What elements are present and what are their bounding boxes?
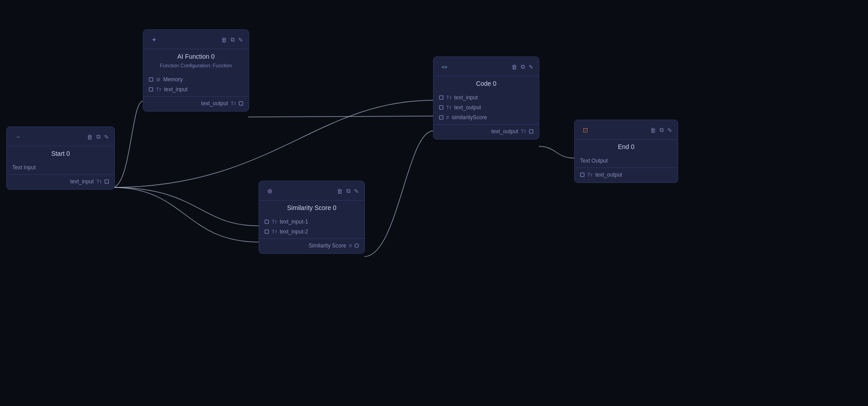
start-divider [7,174,114,175]
sim-output-row: Similarity Score # [259,241,364,251]
start-node-title: Start 0 [7,146,114,160]
end-copy-button[interactable]: ⧉ [660,126,664,134]
end-node-header: ⊡ 🗑 ⧉ ✎ [575,120,678,140]
end-node-body: Text Output Tт text_output [575,153,678,182]
end-divider [575,168,678,168]
code-input3-label: similarityScore [452,114,487,121]
code-node-actions: 🗑 ⧉ ✎ [511,63,533,70]
end-node-title: End 0 [575,140,678,153]
code-icon: <> [439,61,450,72]
sim-copy-button[interactable]: ⧉ [346,187,350,195]
code-input2-port-dot[interactable] [439,105,443,110]
start-node-header: → 🗑 ⧉ ✎ [7,127,114,146]
end-edit-button[interactable]: ✎ [667,127,672,134]
code-input2-type-icon: Tт [446,105,452,110]
ai-node-actions: 🗑 ⧉ ✎ [221,36,243,43]
sim-output-type-icon: # [349,243,352,248]
sim-icon: ⊛ [264,186,275,196]
code-input2-row: Tт text_output [434,103,539,112]
end-input-type-icon: Tт [587,172,593,177]
sim-node-actions: 🗑 ⧉ ✎ [337,187,359,195]
ai-icon: ✦ [149,34,160,45]
end-field-row: Text Output [575,156,678,166]
code-edit-button[interactable]: ✎ [528,64,533,70]
start-node: → 🗑 ⧉ ✎ Start 0 Text Input text_input Tт [6,126,115,190]
end-delete-button[interactable]: 🗑 [650,127,656,134]
code-input1-type-icon: Tт [446,95,452,100]
start-field-label: Text Input [12,164,36,171]
ai-input-row: Tт text_input [143,84,249,94]
ai-edit-button[interactable]: ✎ [238,37,243,43]
sim-input1-type-icon: Tт [272,219,277,224]
end-input-row: Tт text_output [575,170,678,180]
code-delete-button[interactable]: 🗑 [511,64,517,70]
similarity-score-node: ⊛ 🗑 ⧉ ✎ Similarity Score 0 Tт text_input… [259,181,365,254]
start-delete-button[interactable]: 🗑 [87,134,93,140]
sim-input2-label: text_input-2 [280,229,308,235]
ai-memory-label: Memory [163,76,183,83]
end-input-port-dot[interactable] [580,173,585,177]
end-node: ⊡ 🗑 ⧉ ✎ End 0 Text Output Tт text_output [574,120,678,183]
code-input1-port-dot[interactable] [439,95,443,100]
end-input-label: text_output [595,172,622,178]
end-icon: ⊡ [580,125,591,135]
ai-output-row: text_output Tт [143,98,249,108]
ai-copy-button[interactable]: ⧉ [231,36,235,43]
sim-output-port-dot[interactable] [354,243,359,248]
code-node-header: <> 🗑 ⧉ ✎ [434,57,539,76]
code-node-body: Tт text_input Tт text_output # similarit… [434,90,539,139]
start-output-label: text_input [70,178,94,185]
ai-output-label: text_output [201,100,228,107]
ai-output-type-icon: Tт [231,101,236,106]
ai-delete-button[interactable]: 🗑 [221,37,227,43]
start-output-type-icon: Tт [96,179,102,184]
ai-node-subtitle: Function Configuration: Function [143,63,249,72]
sim-input2-port-dot[interactable] [264,229,269,234]
start-icon: → [12,131,23,142]
ai-node-body: ⚙ Memory Tт text_input text_output Tт [143,72,249,111]
sim-input1-label: text_input-1 [280,219,308,225]
code-output-type-icon: Tт [521,129,526,134]
code-input3-type-icon: # [446,115,449,120]
code-divider [434,124,539,125]
sim-node-header: ⊛ 🗑 ⧉ ✎ [259,181,364,201]
code-input1-label: text_input [454,94,478,101]
ai-memory-port-dot[interactable] [149,77,153,82]
code-input3-row: # similarityScore [434,112,539,122]
start-edit-button[interactable]: ✎ [104,134,109,140]
sim-input2-row: Tт text_input-2 [259,227,364,237]
ai-node-title: AI Function 0 [143,49,249,63]
ai-memory-row: ⚙ Memory [143,75,249,84]
sim-node-body: Tт text_input-1 Tт text_input-2 Similari… [259,214,364,253]
sim-delete-button[interactable]: 🗑 [337,188,343,195]
sim-node-title: Similarity Score 0 [259,201,364,214]
sim-edit-button[interactable]: ✎ [354,188,359,195]
code-copy-button[interactable]: ⧉ [521,63,525,70]
ai-input-port-dot[interactable] [149,87,153,92]
code-input3-port-dot[interactable] [439,115,443,120]
sim-input1-row: Tт text_input-1 [259,217,364,227]
ai-output-port-dot[interactable] [239,101,243,106]
start-node-actions: 🗑 ⧉ ✎ [87,133,109,140]
start-copy-button[interactable]: ⧉ [96,133,100,140]
code-output-row: text_output Tт [434,126,539,136]
end-field-label: Text Output [580,158,608,164]
sim-input2-type-icon: Tт [272,229,277,234]
ai-function-node: ✦ 🗑 ⧉ ✎ AI Function 0 Function Configura… [143,29,249,112]
start-field-row: Text Input [7,163,114,173]
code-input1-row: Tт text_input [434,93,539,103]
ai-input-type-icon: Tт [156,87,161,92]
end-node-actions: 🗑 ⧉ ✎ [650,126,672,134]
sim-input1-port-dot[interactable] [264,219,269,224]
ai-input-label: text_input [164,86,188,93]
code-output-port-dot[interactable] [529,129,533,134]
code-output-label: text_output [491,128,518,135]
ai-node-header: ✦ 🗑 ⧉ ✎ [143,30,249,49]
code-node-title: Code 0 [434,76,539,90]
start-output-port-dot[interactable] [104,179,109,184]
code-input2-label: text_output [454,104,481,111]
sim-divider [259,238,364,239]
ai-memory-icon: ⚙ [156,77,160,83]
code-node: <> 🗑 ⧉ ✎ Code 0 Tт text_input Tт text_ou… [433,56,539,140]
sim-output-label: Similarity Score [309,243,346,249]
